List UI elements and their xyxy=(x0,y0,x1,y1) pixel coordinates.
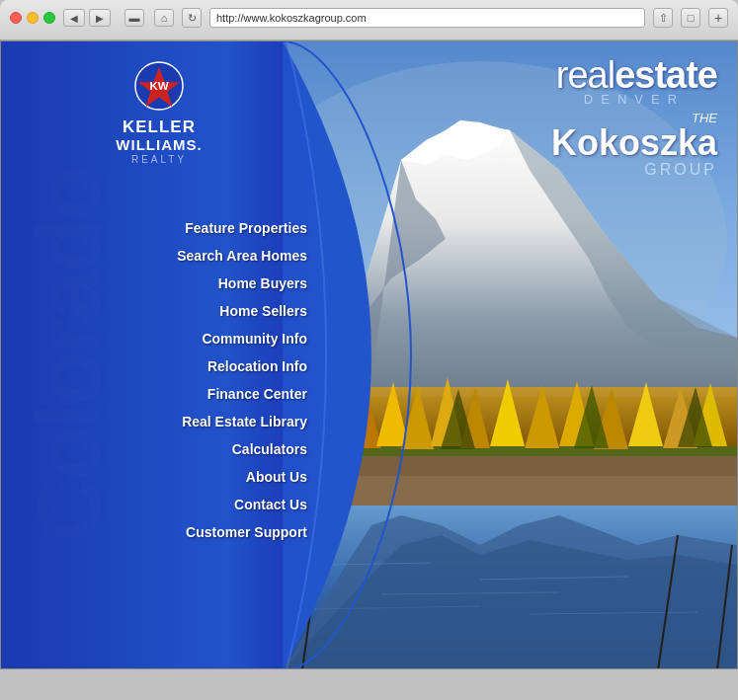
nav-community-info[interactable]: Community Info xyxy=(60,325,317,352)
kokoszka-text: Kokoszka xyxy=(551,125,717,161)
forward-button[interactable]: ▶ xyxy=(89,9,111,27)
show-hide-button[interactable]: ▬ xyxy=(124,9,144,27)
new-tab-button[interactable]: + xyxy=(708,8,728,28)
navigation-menu: Feature Properties Search Area Homes Hom… xyxy=(60,214,317,546)
logo-area: KW KELLER WILLIAMS. REALTY xyxy=(60,61,258,167)
nav-calculators[interactable]: Calculators xyxy=(60,435,317,463)
nav-finance-center[interactable]: Finance Center xyxy=(60,380,317,408)
nav-real-estate-library[interactable]: Real Estate Library xyxy=(60,408,317,435)
address-bar[interactable]: http://www.kokoszkagroup.com xyxy=(209,8,645,28)
address-text: http://www.kokoszkagroup.com xyxy=(216,12,367,24)
tabs-button[interactable]: □ xyxy=(681,8,700,28)
nav-relocation-info[interactable]: Relocation Info xyxy=(60,352,317,380)
nav-home-sellers[interactable]: Home Sellers xyxy=(60,297,317,325)
maximize-button[interactable] xyxy=(43,12,55,24)
traffic-lights xyxy=(10,12,55,24)
browser-chrome: ◀ ▶ ▬ ⌂ ↻ http://www.kokoszkagroup.com ⇧… xyxy=(0,0,738,40)
nav-about-us[interactable]: About Us xyxy=(60,463,317,491)
kw-realty: REALTY xyxy=(116,154,202,165)
nav-feature-properties[interactable]: Feature Properties xyxy=(60,214,317,242)
reload-button[interactable]: ↻ xyxy=(182,8,202,28)
kokoszka-group: THE Kokoszka GROUP xyxy=(551,111,717,179)
back-button[interactable]: ◀ xyxy=(63,9,85,27)
group-text: GROUP xyxy=(551,161,717,179)
nav-contact-us[interactable]: Contact Us xyxy=(60,491,317,518)
nav-search-area-homes[interactable]: Search Area Homes xyxy=(60,242,317,270)
home-button[interactable]: ⌂ xyxy=(154,9,174,27)
browser-content: Colorado xyxy=(0,40,738,669)
browser-controls: ◀ ▶ ▬ ⌂ ↻ http://www.kokoszkagroup.com ⇧… xyxy=(10,8,728,28)
nav-customer-support[interactable]: Customer Support xyxy=(60,518,317,546)
toolbar-icons: ▬ ⌂ xyxy=(124,9,174,27)
close-button[interactable] xyxy=(10,12,22,24)
nav-buttons: ◀ ▶ xyxy=(63,9,111,27)
kw-logo: KW KELLER WILLIAMS. REALTY xyxy=(116,61,202,165)
kw-name: KELLER WILLIAMS. xyxy=(116,118,202,153)
address-bar-row: ↻ http://www.kokoszkagroup.com ⇧ □ + xyxy=(182,8,728,28)
header-overlay: realestate DENVER THE Kokoszka GROUP xyxy=(551,56,717,179)
realestate-title: realestate xyxy=(551,56,717,94)
share-button[interactable]: ⇧ xyxy=(653,8,673,28)
minimize-button[interactable] xyxy=(27,12,39,24)
svg-text:KW: KW xyxy=(149,80,168,92)
nav-home-buyers[interactable]: Home Buyers xyxy=(60,270,317,297)
kw-emblem-icon: KW xyxy=(134,61,184,111)
